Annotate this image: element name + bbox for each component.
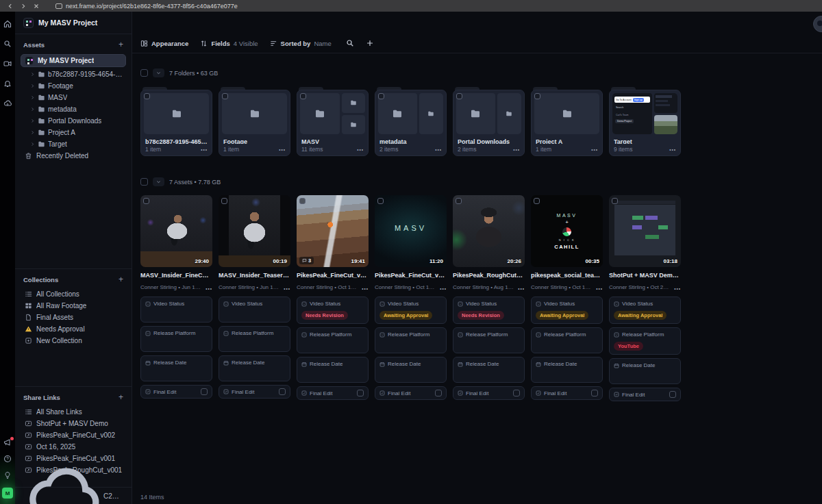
field-release-date[interactable]: Release Date: [609, 358, 681, 384]
sidebar-item-share-shotput[interactable]: ShotPut + MASV Demo: [15, 418, 132, 429]
site-info-icon[interactable]: [55, 3, 62, 9]
asset-card-pikespeak-roughcut[interactable]: 20:26 PikesPeak_RoughCut_v00... Conner S…: [453, 195, 525, 400]
sidebar-folder-metadata[interactable]: metadata: [15, 103, 132, 115]
field-video-status[interactable]: Video Status: [219, 297, 290, 323]
field-video-status[interactable]: Video Status: [140, 297, 212, 323]
asset-name[interactable]: MASV_Insider_Teaser_Fin...: [219, 272, 290, 279]
more-menu-icon[interactable]: [435, 146, 442, 153]
search-icon[interactable]: [346, 39, 354, 47]
asset-thumbnail[interactable]: 03:18: [609, 195, 681, 267]
sidebar-item-needs-approval[interactable]: Needs Approval: [15, 323, 132, 335]
select-checkbox[interactable]: [299, 198, 306, 204]
folder-card-portal-downloads[interactable]: Portal Downloads 2 items: [453, 90, 525, 156]
select-checkbox[interactable]: [534, 93, 540, 99]
select-checkbox[interactable]: [300, 93, 306, 99]
asset-thumbnail[interactable]: 29:40: [140, 195, 212, 267]
field-final-edit[interactable]: Final Edit: [375, 386, 447, 400]
more-menu-icon[interactable]: [284, 281, 290, 293]
folder-card-metadata[interactable]: metadata 2 items: [375, 90, 447, 156]
folder-thumbnail[interactable]: [222, 93, 287, 134]
sidebar-item-recently-deleted[interactable]: Recently Deleted: [15, 150, 132, 162]
address-bar[interactable]: next.frame.io/project/62b1e862-8f6e-4377…: [55, 3, 238, 10]
folder-thumbnail[interactable]: [300, 93, 365, 134]
more-menu-icon[interactable]: [669, 146, 676, 153]
add-collection-icon[interactable]: +: [119, 275, 123, 284]
field-release-platform[interactable]: Release PlatformYouTube: [609, 327, 681, 355]
field-release-date[interactable]: Release Date: [375, 357, 447, 383]
final-edit-checkbox[interactable]: [279, 388, 286, 395]
more-menu-icon[interactable]: [596, 281, 603, 293]
final-edit-checkbox[interactable]: [435, 390, 442, 396]
camera-icon[interactable]: [3, 60, 12, 68]
asset-name[interactable]: PikesPeak_RoughCut_v00...: [453, 272, 525, 279]
field-final-edit[interactable]: Final Edit: [219, 385, 290, 399]
asset-thumbnail[interactable]: 00:19: [219, 195, 290, 267]
final-edit-checkbox[interactable]: [513, 390, 520, 396]
field-final-edit[interactable]: Final Edit: [140, 385, 212, 399]
folder-card-b78c[interactable]: b78c2887-9195-4654-b9... 1 item: [140, 90, 212, 156]
sidebar-item-final-assets[interactable]: Final Assets: [15, 312, 132, 323]
select-checkbox[interactable]: [222, 93, 228, 99]
select-checkbox[interactable]: [143, 198, 149, 204]
sidebar-item-all-share-links[interactable]: All Share Links: [15, 406, 132, 418]
field-video-status[interactable]: Video StatusNeeds Revision: [453, 297, 525, 324]
notifications-bell-icon[interactable]: [3, 79, 12, 88]
select-checkbox[interactable]: [534, 198, 540, 204]
folder-card-target[interactable]: Go To AccountSign up Search Carl's Team …: [609, 90, 681, 156]
select-checkbox[interactable]: [612, 198, 618, 204]
folder-name[interactable]: Target: [614, 138, 676, 144]
final-edit-checkbox[interactable]: [357, 390, 364, 396]
add-button-icon[interactable]: [366, 39, 374, 47]
more-menu-icon[interactable]: [357, 146, 364, 153]
chevron-right-icon[interactable]: [30, 142, 35, 147]
cloud-transfer-icon[interactable]: [3, 99, 12, 108]
asset-name[interactable]: ShotPut + MASV Demo.mov: [609, 272, 681, 279]
sidebar-folder-b78c[interactable]: b78c2887-9195-4654-b94f-f...: [15, 68, 132, 80]
folder-name[interactable]: metadata: [379, 138, 442, 144]
field-release-date[interactable]: Release Date: [531, 357, 603, 383]
field-release-platform[interactable]: Release Platform: [453, 327, 525, 353]
announcements-badge[interactable]: [3, 438, 12, 446]
folder-thumbnail[interactable]: [534, 93, 599, 134]
asset-card-masv-insider-finecut[interactable]: 29:40 MASV_Insider_FineCut_v0... Conner …: [140, 195, 212, 399]
more-menu-icon[interactable]: [201, 146, 208, 153]
field-video-status[interactable]: Video StatusAwaiting Approval: [375, 297, 447, 324]
sidebar-item-project-root[interactable]: My MASV Project: [21, 54, 126, 67]
asset-thumbnail[interactable]: MASV 11:20: [375, 195, 447, 267]
sidebar-folder-masv[interactable]: MASV: [15, 92, 132, 103]
add-share-link-icon[interactable]: +: [119, 392, 123, 402]
final-edit-checkbox[interactable]: [669, 391, 676, 398]
field-final-edit[interactable]: Final Edit: [453, 386, 525, 400]
more-menu-icon[interactable]: [591, 146, 598, 153]
sidebar-folder-footage[interactable]: Footage: [15, 80, 132, 92]
field-final-edit[interactable]: Final Edit: [297, 386, 369, 400]
sidebar-item-c2c-connections[interactable]: C2C Connections: [15, 487, 132, 504]
avatar[interactable]: [813, 16, 822, 32]
field-release-date[interactable]: Release Date: [140, 355, 212, 381]
field-final-edit[interactable]: Final Edit: [531, 386, 603, 400]
more-menu-icon[interactable]: [513, 146, 520, 153]
asset-card-masv-insider-teaser[interactable]: 00:19 MASV_Insider_Teaser_Fin... Conner …: [219, 195, 290, 399]
asset-thumbnail[interactable]: 3 19:41: [297, 195, 369, 267]
more-menu-icon[interactable]: [518, 281, 525, 293]
folder-thumbnail[interactable]: [378, 93, 443, 134]
collapse-assets-button[interactable]: [153, 177, 164, 186]
final-edit-checkbox[interactable]: [201, 388, 208, 395]
close-icon[interactable]: [33, 3, 40, 10]
appearance-button[interactable]: Appearance: [140, 40, 188, 47]
chevron-right-icon[interactable]: [30, 95, 35, 100]
asset-name[interactable]: PikesPeak_FineCut_v001...: [297, 272, 369, 279]
folder-card-project-a[interactable]: Project A 1 item: [531, 90, 603, 156]
sidebar-folder-portal-downloads[interactable]: Portal Downloads: [15, 115, 132, 127]
asset-name[interactable]: PikesPeak_FineCut_v002...: [375, 272, 447, 279]
final-edit-checkbox[interactable]: [591, 390, 598, 396]
sort-button[interactable]: Sorted byName: [270, 40, 332, 47]
field-final-edit[interactable]: Final Edit: [609, 388, 681, 401]
field-release-platform[interactable]: Release Platform: [140, 326, 212, 352]
search-icon[interactable]: [3, 40, 12, 48]
help-icon[interactable]: [3, 455, 12, 463]
folder-thumbnail[interactable]: [456, 93, 521, 134]
folder-name[interactable]: Project A: [536, 138, 598, 144]
folder-name[interactable]: MASV: [301, 138, 364, 144]
more-menu-icon[interactable]: [362, 281, 369, 293]
